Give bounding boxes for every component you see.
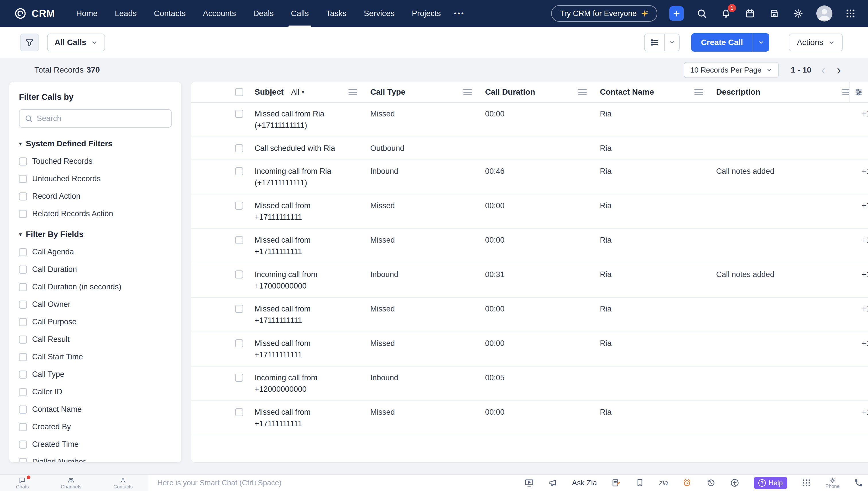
phone-settings[interactable]: Phone xyxy=(825,477,840,489)
checkbox[interactable] xyxy=(19,440,27,449)
checkbox[interactable] xyxy=(19,388,27,396)
call-subject[interactable]: Incoming call from +17000000000 xyxy=(254,270,318,290)
filter-item-call-owner[interactable]: Call Owner xyxy=(19,300,172,309)
zoho-logo-icon[interactable] xyxy=(14,7,27,20)
filter-search[interactable] xyxy=(19,109,172,127)
contacts-item[interactable]: Contacts xyxy=(113,476,133,489)
marketplace-icon[interactable] xyxy=(768,7,780,20)
nav-item-tasks[interactable]: Tasks xyxy=(318,0,355,27)
subject-filter[interactable]: All▾ xyxy=(291,88,304,97)
bookmark-icon[interactable] xyxy=(635,478,645,488)
filter-item-call-agenda[interactable]: Call Agenda xyxy=(19,248,172,256)
filter-item-record-action[interactable]: Record Action xyxy=(19,192,172,201)
call-subject[interactable]: Missed call from +17111111111 xyxy=(254,305,310,325)
header-contact-name[interactable]: Contact Name xyxy=(593,82,709,102)
list-view-dropdown[interactable] xyxy=(665,39,679,46)
filter-item-created-time[interactable]: Created Time xyxy=(19,440,172,449)
table-row[interactable]: Missed call from Ria (+17111111111) Miss… xyxy=(191,103,868,137)
quick-create-button[interactable] xyxy=(669,6,684,21)
checkbox[interactable] xyxy=(19,336,27,344)
nav-item-deals[interactable]: Deals xyxy=(245,0,282,27)
column-menu-icon[interactable] xyxy=(349,89,357,95)
list-view-toggle[interactable] xyxy=(644,34,680,51)
table-row[interactable]: Incoming call from +12000000000 Inbound … xyxy=(191,367,868,401)
nav-item-home[interactable]: Home xyxy=(67,0,106,27)
column-menu-icon[interactable] xyxy=(578,89,587,95)
filter-item-created-by[interactable]: Created By xyxy=(19,423,172,431)
filter-item-untouched-records[interactable]: Untouched Records xyxy=(19,174,172,183)
chats-item[interactable]: Chats xyxy=(16,476,29,489)
zia-notebook-icon[interactable] xyxy=(612,478,621,488)
smart-chat-bar[interactable]: Here is your Smart Chat (Ctrl+Space) xyxy=(149,475,524,491)
filter-item-call-result[interactable]: Call Result xyxy=(19,335,172,344)
filter-section-header[interactable]: ▾ Filter By Fields xyxy=(19,230,172,239)
search-icon[interactable] xyxy=(696,7,708,20)
settings-icon[interactable] xyxy=(792,7,804,20)
phone-icon[interactable] xyxy=(854,478,863,488)
filter-search-input[interactable] xyxy=(37,114,166,123)
row-checkbox[interactable] xyxy=(235,144,243,152)
ask-zia-button[interactable]: Ask Zia xyxy=(572,479,597,487)
channels-item[interactable]: Channels xyxy=(61,476,82,489)
checkbox[interactable] xyxy=(19,300,27,309)
table-row[interactable]: Missed call from +17111111111 Missed 00:… xyxy=(191,195,868,229)
row-checkbox[interactable] xyxy=(235,270,243,279)
call-subject[interactable]: Missed call from +17111111111 xyxy=(254,339,310,359)
checkbox[interactable] xyxy=(19,371,27,379)
reminder-alarm-icon[interactable] xyxy=(682,478,692,488)
header-description[interactable]: Description xyxy=(709,82,857,102)
row-checkbox[interactable] xyxy=(235,202,243,210)
try-crm-button[interactable]: Try CRM for Everyone xyxy=(551,5,657,22)
filter-item-related-records-action[interactable]: Related Records Action xyxy=(19,209,172,218)
help-button[interactable]: ? Help xyxy=(754,477,787,489)
row-checkbox[interactable] xyxy=(235,408,243,416)
filter-item-call-start-time[interactable]: Call Start Time xyxy=(19,352,172,362)
row-checkbox[interactable] xyxy=(235,339,243,347)
checkbox[interactable] xyxy=(19,157,27,166)
row-checkbox[interactable] xyxy=(235,236,243,244)
table-row[interactable]: Incoming call from Ria (+17111111111) In… xyxy=(191,160,868,195)
checkbox[interactable] xyxy=(19,283,27,291)
header-subject[interactable]: Subject All▾ xyxy=(250,82,363,102)
notifications-icon[interactable]: 1 xyxy=(720,7,732,20)
checkbox[interactable] xyxy=(19,353,27,361)
checkbox[interactable] xyxy=(19,266,27,273)
table-row[interactable]: Call scheduled with Ria Outbound Ria xyxy=(191,137,868,160)
header-call-duration[interactable]: Call Duration xyxy=(478,82,593,102)
checkbox[interactable] xyxy=(19,458,27,463)
table-row[interactable]: Missed call from +17111111111 Missed 00:… xyxy=(191,332,868,367)
filter-item-contact-name[interactable]: Contact Name xyxy=(19,405,172,414)
call-subject[interactable]: Call scheduled with Ria xyxy=(254,144,335,152)
table-row[interactable]: Incoming call from +17000000000 Inbound … xyxy=(191,263,868,298)
announcement-icon[interactable] xyxy=(548,478,558,488)
header-call-type[interactable]: Call Type xyxy=(363,82,478,102)
nav-more-button[interactable]: ••• xyxy=(450,9,469,18)
checkbox[interactable] xyxy=(19,248,27,256)
call-subject[interactable]: Missed call from +17111111111 xyxy=(254,408,310,428)
filter-item-call-duration[interactable]: Call Duration xyxy=(19,265,172,274)
column-menu-icon[interactable] xyxy=(694,89,703,95)
call-subject[interactable]: Incoming call from Ria (+17111111111) xyxy=(254,167,331,187)
call-subject[interactable]: Incoming call from +12000000000 xyxy=(254,373,318,394)
calendar-icon[interactable] xyxy=(744,7,756,20)
filter-item-caller-id[interactable]: Caller ID xyxy=(19,387,172,396)
table-row[interactable]: Missed call from +17111111111 Missed 00:… xyxy=(191,298,868,332)
filter-item-call-duration-in-seconds-[interactable]: Call Duration (in seconds) xyxy=(19,283,172,291)
nav-item-calls[interactable]: Calls xyxy=(282,0,317,27)
filter-item-call-purpose[interactable]: Call Purpose xyxy=(19,317,172,326)
accessibility-icon[interactable] xyxy=(730,478,739,488)
call-subject[interactable]: Missed call from +17111111111 xyxy=(254,201,310,222)
row-checkbox[interactable] xyxy=(235,305,243,313)
nav-item-contacts[interactable]: Contacts xyxy=(145,0,194,27)
prev-page-button[interactable]: ‹ xyxy=(819,64,827,76)
zia-logo[interactable]: zia xyxy=(659,479,668,487)
filter-button[interactable] xyxy=(20,34,39,51)
checkbox[interactable] xyxy=(19,193,27,200)
checkbox[interactable] xyxy=(19,318,27,326)
screen-cast-icon[interactable] xyxy=(524,478,534,488)
filter-item-touched-records[interactable]: Touched Records xyxy=(19,157,172,166)
checkbox[interactable] xyxy=(19,423,27,431)
next-page-button[interactable]: › xyxy=(835,64,843,76)
history-icon[interactable] xyxy=(706,478,715,488)
view-selector[interactable]: All Calls xyxy=(47,34,105,51)
